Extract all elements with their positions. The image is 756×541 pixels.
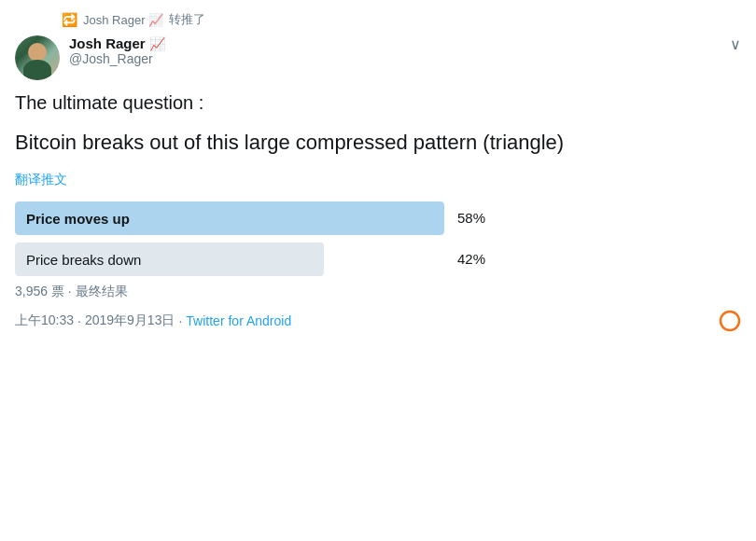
- avatar: [15, 35, 60, 80]
- avatar-image: [15, 35, 60, 80]
- poll-container: Price moves up 58% Price breaks down 42%…: [15, 201, 741, 300]
- tweet-header: Josh Rager 📈 @Josh_Rager ∨: [15, 35, 741, 80]
- footer-time: 上午10:33: [15, 312, 74, 329]
- footer-dot-2: ·: [178, 313, 182, 328]
- poll-percent-1: 58%: [457, 210, 495, 226]
- user-info: Josh Rager 📈 @Josh_Rager: [69, 35, 730, 66]
- retweet-icon: 🔁: [62, 12, 77, 27]
- retweet-label: 转推了: [169, 11, 205, 28]
- user-handle: @Josh_Rager: [69, 51, 730, 66]
- svg-point-0: [721, 312, 739, 330]
- poll-bar-1: Price moves up: [15, 201, 444, 235]
- poll-option-2[interactable]: Price breaks down 42%: [15, 243, 741, 276]
- author-emoji: 📈: [149, 36, 165, 51]
- poll-percent-2: 42%: [457, 251, 495, 267]
- android-icon: [719, 310, 741, 332]
- tweet-footer: 上午10:33 · 2019年9月13日 · Twitter for Andro…: [15, 310, 741, 332]
- footer-source[interactable]: Twitter for Android: [186, 313, 291, 328]
- poll-label-2: Price breaks down: [26, 251, 141, 267]
- poll-label-1: Price moves up: [26, 210, 130, 226]
- tweet-body: The ultimate question : Bitcoin breaks o…: [15, 90, 741, 332]
- poll-bar-2: Price breaks down: [15, 243, 444, 276]
- poll-meta: 3,956 票 · 最终结果: [15, 284, 741, 300]
- poll-option-1[interactable]: Price moves up 58%: [15, 201, 741, 235]
- translate-link[interactable]: 翻译推文: [15, 172, 741, 188]
- tweet-line1: The ultimate question :: [15, 90, 741, 116]
- tweet-line2: Bitcoin breaks out of this large compres…: [15, 129, 741, 157]
- user-name-row: Josh Rager 📈: [69, 35, 730, 51]
- footer-date: 2019年9月13日: [85, 312, 175, 329]
- footer-dot-1: ·: [77, 313, 81, 328]
- chevron-down-icon[interactable]: ∨: [730, 35, 741, 53]
- user-name: Josh Rager: [69, 35, 146, 51]
- retweet-bar: 🔁 Josh Rager 📈 转推了: [15, 11, 741, 28]
- tweet-card: 🔁 Josh Rager 📈 转推了 Josh Rager 📈 @Josh_Ra…: [0, 0, 756, 341]
- retweet-user: Josh Rager 📈: [83, 13, 163, 27]
